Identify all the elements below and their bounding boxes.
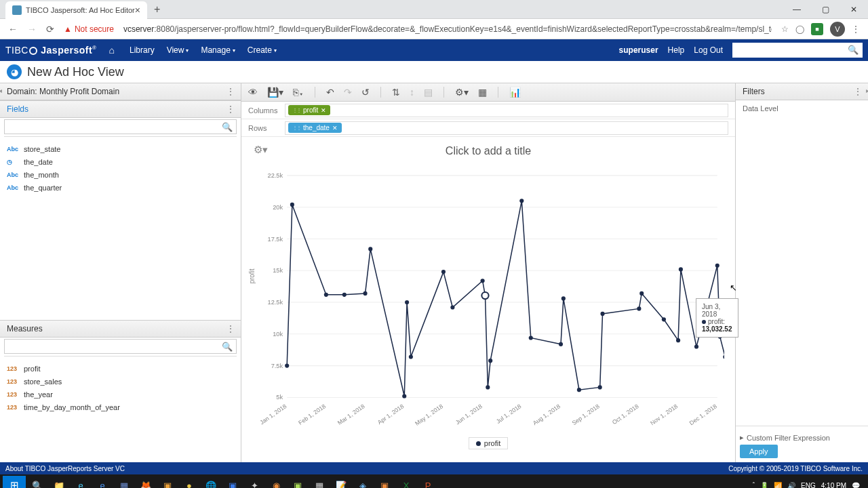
taskbar-ppt-icon[interactable]: P [418, 476, 438, 488]
minimize-icon[interactable]: — [783, 0, 811, 19]
ext-circle-icon[interactable]: ◯ [795, 24, 804, 34]
nav-view[interactable]: View▾ [167, 45, 189, 55]
pill-profit[interactable]: ⋮⋮profit✕ [288, 105, 330, 115]
measure-the_year[interactable]: 123the_year [7, 388, 234, 401]
field-the_date[interactable]: ◷the_date [7, 155, 234, 168]
tray-notif-icon[interactable]: 💬 [852, 482, 860, 489]
user-label[interactable]: superuser [619, 45, 658, 55]
tray-lang[interactable]: ENG [801, 482, 816, 489]
chart-options-icon[interactable]: ⚙▾ [254, 144, 268, 156]
taskbar-excel-icon[interactable]: X [396, 476, 416, 488]
help-link[interactable]: Help [668, 45, 685, 55]
taskbar-app7-icon[interactable]: ▣ [288, 476, 308, 488]
domain-menu-icon[interactable]: ⋮ [226, 86, 235, 97]
taskbar-edge-icon[interactable]: e [71, 476, 91, 488]
url-field[interactable]: vcserver:8080/jasperserver-pro/flow.html… [123, 24, 772, 34]
tab-close-icon[interactable]: × [135, 5, 140, 16]
active-tab[interactable]: TIBCO Jaspersoft: Ad Hoc Editor × [5, 1, 147, 19]
fields-header[interactable]: Fields⋮ [0, 100, 241, 118]
measure-store_sales[interactable]: 123store_sales [7, 375, 234, 388]
taskbar-app10-icon[interactable]: ▣ [374, 476, 395, 488]
legend-item-profit[interactable]: profit [469, 437, 508, 449]
search-icon[interactable]: 🔍 [848, 45, 859, 55]
taskbar-app1-icon[interactable]: ▦ [114, 476, 134, 488]
measure-profit[interactable]: 123profit [7, 362, 234, 375]
taskbar-app2-icon[interactable]: ▣ [157, 476, 178, 488]
new-tab-button[interactable]: + [154, 3, 160, 16]
measures-menu-icon[interactable]: ⋮ [226, 323, 235, 334]
back-icon[interactable]: ← [8, 24, 18, 35]
fields-search-icon[interactable]: 🔍 [222, 122, 233, 132]
collapse-left-icon[interactable]: ◂ [0, 87, 2, 94]
taskbar-app5-icon[interactable]: ✦ [244, 476, 264, 488]
taskbar-app8-icon[interactable]: ▦ [309, 476, 330, 488]
svg-point-49 [600, 312, 604, 316]
taskbar-firefox-icon[interactable]: 🦊 [136, 476, 156, 488]
tray-network-icon[interactable]: 📶 [774, 482, 782, 489]
line-chart[interactable]: 5k7.5k10k12.5k15k17.5k20k22.5kJan 1, 201… [252, 161, 724, 432]
taskbar-explorer-icon[interactable]: 📁 [49, 476, 69, 488]
app-logo[interactable]: TIBC Jaspersoft® [5, 45, 97, 56]
star-icon[interactable]: ☆ [781, 24, 789, 34]
field-the_quarter[interactable]: Abcthe_quarter [7, 181, 234, 194]
profile-avatar[interactable]: V [830, 22, 845, 37]
custom-filter-toggle[interactable]: ▸Custom Filter Expression [740, 430, 864, 445]
filter-icon[interactable]: ▤ [424, 87, 433, 98]
settings-icon[interactable]: ⚙▾ [455, 87, 469, 98]
taskbar-notepad-icon[interactable]: 📝 [331, 476, 351, 488]
ext-badge-icon[interactable]: ■ [811, 23, 823, 35]
taskbar-chrome-icon[interactable]: 🌐 [201, 476, 221, 488]
taskbar-app6-icon[interactable]: ◉ [266, 476, 286, 488]
tray-battery-icon[interactable]: 🔋 [760, 482, 768, 489]
rows-shelf-drop[interactable]: ⋮⋮the_date✕ [285, 121, 728, 135]
maximize-icon[interactable]: ▢ [811, 0, 840, 19]
close-window-icon[interactable]: ✕ [840, 0, 868, 19]
chrome-menu-icon[interactable]: ⋮ [852, 24, 860, 34]
nav-library[interactable]: Library [130, 45, 155, 55]
taskbar-ie-icon[interactable]: e [92, 476, 113, 488]
redo-icon[interactable]: ↷ [344, 87, 352, 98]
columns-shelf-drop[interactable]: ⋮⋮profit✕ [285, 104, 728, 117]
pill-date-remove-icon[interactable]: ✕ [332, 125, 338, 131]
chart-title[interactable]: Click to add a title [252, 145, 724, 157]
measures-search-icon[interactable]: 🔍 [222, 342, 233, 352]
tray-time[interactable]: 4:10 PM [821, 482, 846, 489]
undo-icon[interactable]: ↶ [326, 87, 334, 98]
fields-menu-icon[interactable]: ⋮ [226, 104, 235, 115]
taskbar-app3-icon[interactable]: ● [179, 476, 199, 488]
data-icon[interactable]: ▦ [478, 87, 487, 98]
forward-icon[interactable]: → [27, 24, 37, 35]
taskbar-search-icon[interactable]: 🔍 [27, 476, 47, 488]
measures-search-input[interactable] [4, 339, 237, 354]
sort-icon[interactable]: ↕ [410, 87, 414, 98]
export-icon[interactable]: ⎘▾ [293, 87, 304, 98]
pill-profit-remove-icon[interactable]: ✕ [321, 107, 326, 114]
pill-the-date[interactable]: ⋮⋮the_date✕ [288, 123, 342, 133]
tray-up-icon[interactable]: ˆ [753, 482, 755, 489]
save-icon[interactable]: 💾▾ [267, 87, 283, 98]
field-store_state[interactable]: Abcstore_state [7, 142, 234, 155]
home-icon[interactable]: ⌂ [109, 45, 115, 56]
taskbar-app9-icon[interactable]: ◈ [353, 476, 373, 488]
reload-icon[interactable]: ⟳ [46, 24, 54, 35]
chart-type-icon[interactable]: 📊 [509, 87, 521, 98]
logout-link[interactable]: Log Out [694, 45, 723, 55]
reset-icon[interactable]: ↺ [361, 87, 370, 98]
start-button[interactable]: ⊞ [3, 476, 26, 488]
tray-volume-icon[interactable]: 🔊 [787, 482, 795, 489]
measure-time_by_day_month_of_year[interactable]: 123time_by_day_month_of_year [7, 401, 234, 413]
measures-header[interactable]: Measures⋮ [0, 320, 241, 338]
nav-create[interactable]: Create▾ [248, 45, 277, 55]
taskbar-app4-icon[interactable]: ▣ [222, 476, 243, 488]
filters-menu-icon[interactable]: ⋮ [853, 86, 863, 97]
global-search-input[interactable]: 🔍 [732, 43, 863, 58]
pivot-icon[interactable]: ⇅ [392, 87, 400, 98]
field-the_month[interactable]: Abcthe_month [7, 168, 234, 181]
data-level-label[interactable]: Data Level [736, 100, 868, 426]
preview-icon[interactable]: 👁 [248, 87, 258, 98]
nav-manage[interactable]: Manage▾ [201, 45, 235, 55]
fields-search-input[interactable] [4, 119, 237, 134]
about-link[interactable]: About TIBCO JasperReports Server VC [5, 465, 125, 472]
apply-button[interactable]: Apply [740, 445, 778, 458]
security-warning[interactable]: ▲ Not secure [64, 24, 114, 34]
